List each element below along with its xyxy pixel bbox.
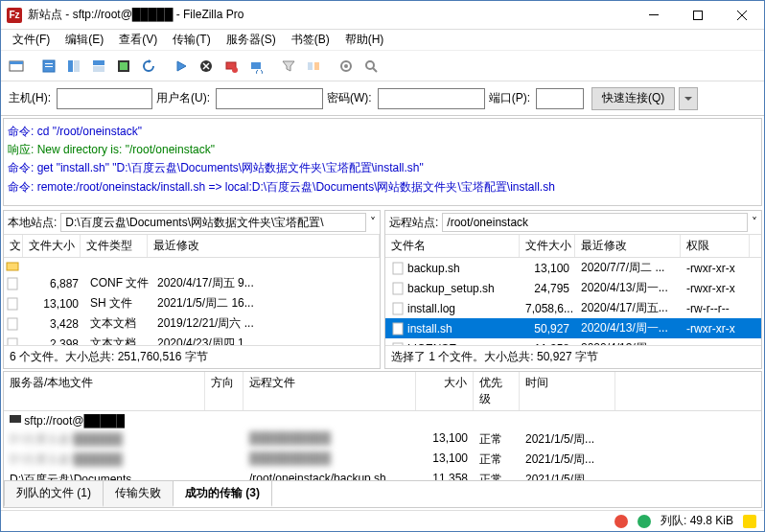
file-row[interactable]: 3,428文本文档2019/12/21/周六 ... [4, 313, 380, 334]
file-row[interactable]: install.log7,058,6...2020/4/17/周五...-rw-… [385, 298, 761, 318]
svg-point-20 [344, 64, 348, 68]
status-indicator-2 [638, 515, 651, 528]
titlebar: Fz 新站点 - sftp://root@█████ - FileZilla P… [1, 1, 764, 30]
transfer-row[interactable]: D:\百度云盘\Documents/root/oneinstack/backup… [4, 470, 761, 480]
menu-item[interactable]: 帮助(H) [337, 30, 392, 50]
svg-rect-16 [251, 62, 261, 69]
column-header[interactable]: 文件名 [385, 235, 520, 257]
column-header[interactable]: 权限 [681, 235, 750, 257]
file-icon [6, 297, 25, 311]
maximize-button[interactable] [676, 1, 720, 30]
menu-item[interactable]: 传输(T) [165, 30, 218, 50]
svg-point-15 [232, 67, 238, 73]
column-header[interactable]: 服务器/本地文件 [4, 372, 205, 410]
minimize-button[interactable] [632, 1, 676, 30]
host-label: 主机(H): [9, 90, 51, 106]
search-icon[interactable] [359, 55, 382, 78]
file-row[interactable]: 2 398文本文档2020/4/23/周四 1 [4, 334, 380, 345]
local-file-list[interactable]: 文文件大小文件类型最近修改 6,887CONF 文件2020/4/17/周五 9… [4, 235, 380, 345]
user-label: 用户名(U): [156, 90, 210, 106]
toggle-log-icon[interactable] [37, 55, 60, 78]
file-row[interactable]: 6,887CONF 文件2020/4/17/周五 9... [4, 273, 380, 293]
svg-rect-27 [393, 263, 403, 274]
svg-rect-9 [93, 60, 104, 65]
remote-path-label: 远程站点: [389, 215, 438, 231]
filter-icon[interactable] [277, 55, 300, 78]
column-header[interactable]: 文 [4, 235, 23, 257]
local-status: 6 个文件。大小总共: 251,760,516 字节 [4, 345, 380, 368]
svg-rect-0 [649, 14, 659, 15]
close-button[interactable] [720, 1, 764, 30]
column-header[interactable]: 文件大小 [23, 235, 81, 257]
column-header[interactable]: 大小 [416, 372, 474, 410]
queue-tab[interactable]: 传输失败 [103, 481, 174, 507]
cancel-icon[interactable] [195, 55, 218, 78]
queue-tab[interactable]: 列队的文件 (1) [4, 481, 104, 507]
file-icon [6, 317, 25, 331]
transfer-row[interactable]: D:\百度云盘\████████████████13,100正常2021/1/5… [4, 450, 761, 470]
remote-path-input[interactable] [442, 213, 748, 232]
menu-item[interactable]: 书签(B) [284, 30, 337, 50]
local-path-label: 本地站点: [8, 215, 57, 231]
menu-item[interactable]: 查看(V) [111, 30, 165, 50]
site-manager-icon[interactable] [5, 55, 28, 78]
compare-icon[interactable] [302, 55, 325, 78]
file-row[interactable]: 13,100SH 文件2021/1/5/周二 16... [4, 293, 380, 313]
quick-connect-button[interactable]: 快速连接(Q) [591, 87, 675, 110]
column-header[interactable]: 最近修改 [575, 235, 681, 257]
local-path-input[interactable] [60, 213, 366, 232]
svg-rect-7 [68, 60, 73, 72]
statusbar: 列队: 49.8 KiB [1, 510, 764, 531]
file-row[interactable]: install.sh50,9272020/4/13/周一...-rwxr-xr-… [385, 318, 761, 338]
host-input[interactable] [57, 88, 152, 109]
toggle-local-tree-icon[interactable] [62, 55, 85, 78]
svg-rect-25 [8, 318, 17, 330]
sync-browse-icon[interactable] [335, 55, 358, 78]
file-row[interactable] [4, 258, 380, 273]
column-header[interactable]: 文件类型 [81, 235, 148, 257]
svg-rect-1 [694, 11, 703, 19]
reconnect-icon[interactable] [244, 55, 267, 78]
file-icon [6, 337, 25, 346]
menu-item[interactable]: 编辑(E) [58, 30, 111, 50]
port-input[interactable] [536, 88, 584, 109]
remote-status: 选择了 1 个文件。大小总共: 50,927 字节 [385, 345, 761, 368]
file-row[interactable]: LICENSE11 3582020/4/13/周一-rw-r--r-- [385, 338, 761, 345]
svg-rect-22 [7, 263, 18, 270]
menu-item[interactable]: 文件(F) [5, 30, 58, 50]
quick-connect-dropdown[interactable] [679, 87, 698, 110]
app-icon: Fz [7, 8, 22, 23]
message-log[interactable]: 命令: cd "/root/oneinstack"响应: New directo… [3, 118, 762, 206]
toggle-queue-icon[interactable] [112, 55, 135, 78]
file-row[interactable]: backup_setup.sh24,7952020/4/13/周一...-rwx… [385, 278, 761, 298]
column-header[interactable]: 远程文件 [243, 372, 416, 410]
transfer-server-row[interactable]: sftp://root@█████ [4, 411, 761, 429]
column-header[interactable]: 优先级 [474, 372, 520, 410]
svg-rect-10 [93, 66, 104, 72]
menu-item[interactable]: 服务器(S) [219, 30, 284, 50]
chevron-down-icon[interactable]: ˅ [370, 216, 376, 229]
process-queue-icon[interactable] [170, 55, 193, 78]
user-input[interactable] [216, 88, 323, 109]
disconnect-icon[interactable] [220, 55, 243, 78]
transfer-row[interactable]: D:\百度云盘\████████████████13,100正常2021/1/5… [4, 429, 761, 450]
chevron-down-icon[interactable]: ˅ [752, 216, 757, 229]
toggle-remote-tree-icon[interactable] [87, 55, 110, 78]
queue-size: 列队: 49.8 KiB [661, 513, 733, 529]
svg-rect-18 [314, 62, 319, 70]
file-row[interactable]: backup.sh13,1002020/7/7/周二 ...-rwxr-xr-x [385, 258, 761, 278]
svg-rect-6 [45, 66, 53, 67]
window-title: 新站点 - sftp://root@█████ - FileZilla Pro [28, 7, 632, 23]
column-header[interactable]: 最近修改 [148, 235, 380, 257]
pass-input[interactable] [378, 88, 485, 109]
queue-tab[interactable]: 成功的传输 (3) [173, 481, 272, 507]
refresh-icon[interactable] [137, 55, 160, 78]
column-header[interactable]: 时间 [520, 372, 615, 410]
svg-rect-28 [393, 283, 403, 294]
column-header[interactable]: 方向 [205, 372, 243, 410]
column-header[interactable]: 文件大小 [520, 235, 575, 257]
remote-file-list[interactable]: 文件名文件大小最近修改权限 backup.sh13,1002020/7/7/周二… [385, 235, 761, 345]
connection-bar: 主机(H): 用户名(U): 密码(W): 端口(P): 快速连接(Q) [1, 81, 764, 116]
toolbar [1, 51, 764, 81]
svg-rect-32 [10, 415, 21, 423]
